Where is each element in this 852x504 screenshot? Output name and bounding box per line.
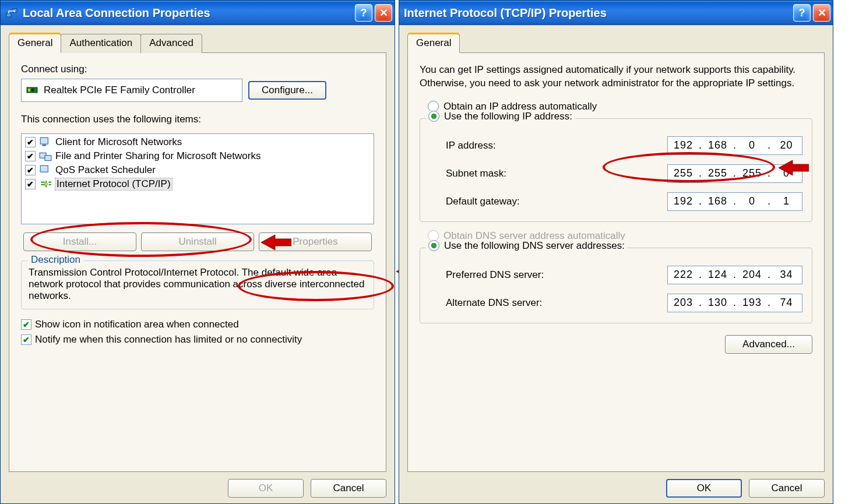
radio-use-following-ip[interactable]: Use the following IP address:	[426, 111, 575, 122]
title-text-left: Local Area Connection Properties	[23, 6, 353, 20]
description-text: Transmission Control Protocol/Internet P…	[29, 267, 367, 302]
list-item[interactable]: QoS Packet Scheduler	[25, 164, 370, 176]
preferred-dns-input[interactable]: 222. 124. 204. 34	[667, 266, 802, 284]
dns-fieldset: Use the following DNS server addresses: …	[420, 248, 812, 323]
cancel-button[interactable]: Cancel	[311, 479, 386, 498]
tabs-left: General Authentication Advanced	[9, 34, 386, 53]
showicon-label: Show icon in notification area when conn…	[35, 319, 239, 330]
cancel-button[interactable]: Cancel	[749, 479, 825, 498]
qos-icon	[39, 165, 52, 175]
close-button[interactable]	[375, 4, 392, 22]
ok-button[interactable]: OK	[228, 479, 304, 498]
configure-button[interactable]: Configure...	[248, 81, 326, 100]
titlebar-right[interactable]: Internet Protocol (TCP/IP) Properties	[399, 1, 833, 25]
network-conn-icon	[5, 6, 18, 19]
svg-point-10	[45, 183, 47, 185]
nic-card-icon	[26, 86, 39, 95]
share-icon	[39, 151, 52, 161]
titlebar-left[interactable]: Local Area Connection Properties	[1, 1, 395, 25]
items-label: This connection uses the following items…	[21, 114, 374, 125]
svg-rect-5	[40, 138, 48, 144]
ip-address-label: IP address:	[446, 140, 496, 151]
checkbox-notify[interactable]	[21, 334, 31, 345]
radio-label: Use the following IP address:	[444, 111, 572, 122]
svg-rect-3	[28, 89, 30, 91]
tab-general-right[interactable]: General	[407, 34, 460, 53]
subnet-mask-input[interactable]: 255. 255. 255. 0	[667, 164, 802, 183]
tab-authentication[interactable]: Authentication	[61, 34, 141, 53]
tab-general[interactable]: General	[9, 34, 61, 53]
svg-rect-0	[6, 13, 11, 17]
tab-advanced[interactable]: Advanced	[140, 34, 202, 53]
alternate-dns-label: Alternate DNS server:	[446, 297, 542, 309]
close-button[interactable]	[813, 4, 830, 22]
client-icon	[39, 137, 52, 147]
ip-fieldset: Use the following IP address: IP address…	[420, 118, 812, 222]
install-button[interactable]: Install...	[23, 232, 136, 251]
checkbox-icon[interactable]	[25, 151, 36, 161]
list-item-tcpip[interactable]: Internet Protocol (TCP/IP)	[25, 178, 370, 190]
list-item[interactable]: File and Printer Sharing for Microsoft N…	[25, 150, 370, 162]
local-area-connection-properties-window: Local Area Connection Properties General…	[0, 0, 395, 504]
subnet-label: Subnet mask:	[446, 168, 506, 179]
tabpanel-general-right: You can get IP settings assigned automat…	[407, 52, 825, 472]
item-label: Internet Protocol (TCP/IP)	[55, 178, 172, 190]
radio-use-following-dns[interactable]: Use the following DNS server addresses:	[426, 240, 627, 252]
protocol-icon	[39, 179, 52, 189]
connect-using-label: Connect using:	[21, 64, 374, 75]
adapter-name: Realtek PCIe FE Family Controller	[44, 84, 195, 96]
checkbox-icon[interactable]	[25, 137, 36, 147]
item-label: File and Printer Sharing for Microsoft N…	[55, 150, 260, 162]
description-group: Description Transmission Control Protoco…	[21, 260, 374, 309]
radio-icon	[428, 240, 439, 251]
svg-rect-4	[31, 89, 34, 91]
default-gateway-input[interactable]: 192. 168. 0. 1	[667, 192, 802, 211]
gateway-label: Default gateway:	[446, 196, 520, 207]
preferred-dns-label: Preferred DNS server:	[446, 269, 544, 281]
svg-rect-9	[40, 165, 48, 172]
description-legend: Description	[27, 254, 84, 266]
tcpip-properties-window: Internet Protocol (TCP/IP) Properties Ge…	[399, 0, 833, 504]
checkbox-icon[interactable]	[25, 165, 36, 175]
checkbox-showicon[interactable]	[21, 319, 31, 330]
item-label: Client for Microsoft Networks	[55, 136, 182, 148]
notify-label: Notify me when this connection has limit…	[35, 334, 302, 346]
intro-text: You can get IP settings assigned automat…	[420, 64, 812, 90]
title-text-right: Internet Protocol (TCP/IP) Properties	[404, 6, 791, 20]
help-button[interactable]	[793, 4, 811, 22]
advanced-button[interactable]: Advanced...	[725, 335, 812, 354]
item-label: QoS Packet Scheduler	[55, 164, 156, 176]
checkbox-icon[interactable]	[25, 179, 36, 189]
uninstall-button[interactable]: Uninstall	[141, 232, 254, 251]
ip-address-input[interactable]: 192. 168. 0. 20	[667, 136, 802, 155]
help-button[interactable]	[355, 4, 372, 22]
alternate-dns-input[interactable]: 203. 130. 193. 74	[667, 294, 802, 312]
radio-icon	[428, 111, 439, 122]
svg-rect-8	[45, 156, 51, 161]
tabpanel-general-left: Connect using: Realtek PCIe FE Family Co…	[9, 52, 386, 472]
connection-items-list[interactable]: Client for Microsoft Networks File and P…	[21, 133, 374, 224]
list-item[interactable]: Client for Microsoft Networks	[25, 136, 370, 148]
adapter-box[interactable]: Realtek PCIe FE Family Controller	[21, 79, 242, 102]
ok-button[interactable]: OK	[666, 479, 742, 498]
properties-button[interactable]: Properties	[259, 232, 372, 251]
svg-rect-6	[43, 144, 47, 146]
radio-label: Use the following DNS server addresses:	[444, 240, 625, 252]
